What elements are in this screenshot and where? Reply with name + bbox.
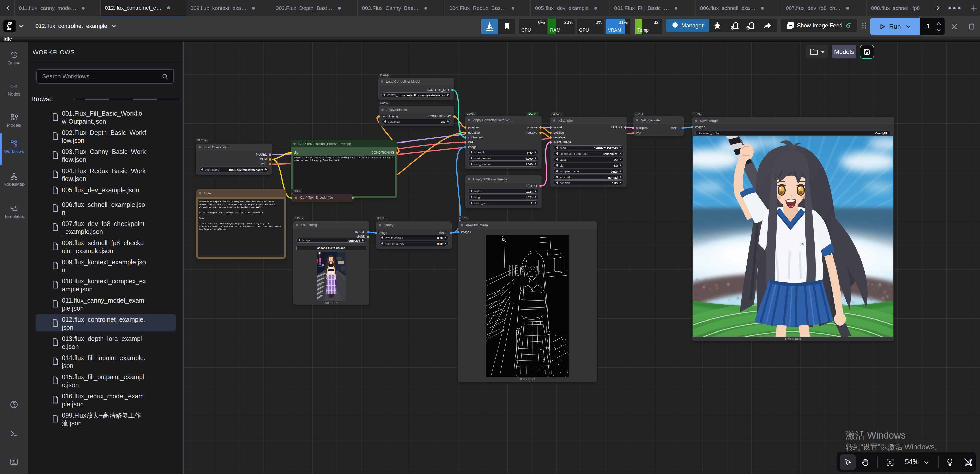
- svg-text:aR: aR: [800, 242, 804, 246]
